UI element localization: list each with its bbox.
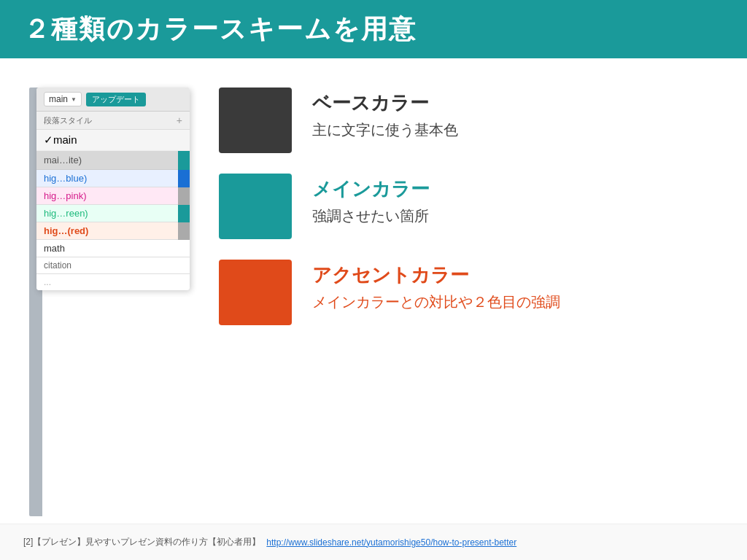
slide-header: ２種類のカラースキームを用意 <box>0 0 747 58</box>
ui-dropdown[interactable]: main ▼ <box>44 92 82 106</box>
style-item-blue[interactable]: hig…blue) <box>36 170 190 187</box>
right-bar-red <box>178 222 190 240</box>
accent-color-info: アクセントカラー メインカラーとの対比や２色目の強調 <box>312 260 560 312</box>
style-item-pink[interactable]: hig…pink) <box>36 187 190 205</box>
accent-color-title: アクセントカラー <box>312 262 560 288</box>
style-item-main-ite[interactable]: mai…ite) <box>36 151 190 170</box>
right-panel: ベースカラー 主に文字に使う基本色 メインカラー 強調させたい箇所 アクセントカ… <box>219 80 718 509</box>
right-bar-blue <box>178 170 190 187</box>
style-label-pink: hig…pink) <box>44 190 87 201</box>
ui-mockup-wrapper: main ▼ アップデート 段落スタイル + ✓main <box>36 88 190 290</box>
dots-label: ... <box>44 277 51 287</box>
main-color-info: メインカラー 強調させたい箇所 <box>312 174 430 226</box>
left-panel: main ▼ アップデート 段落スタイル + ✓main <box>29 88 190 516</box>
right-bar-green <box>178 205 190 222</box>
add-style-icon[interactable]: + <box>177 114 182 126</box>
main-color-title: メインカラー <box>312 176 430 202</box>
style-label-blue: hig…blue) <box>44 173 87 184</box>
base-color-info: ベースカラー 主に文字に使う基本色 <box>312 88 458 140</box>
ui-mockup: main ▼ アップデート 段落スタイル + ✓main <box>36 88 190 290</box>
footer: [2]【プレゼン】見やすいプレゼン資料の作り方【初心者用】 http://www… <box>0 524 747 560</box>
update-button[interactable]: アップデート <box>86 93 146 106</box>
style-item-math[interactable]: math <box>36 240 190 257</box>
main-color-swatch <box>219 174 292 239</box>
style-label-main-ite: mai…ite) <box>44 155 82 166</box>
style-item-green[interactable]: hig…reen) <box>36 205 190 222</box>
right-bar-pink <box>178 187 190 205</box>
style-label-red: hig…(red) <box>44 225 88 236</box>
main-color-desc: 強調させたい箇所 <box>312 206 430 226</box>
chevron-down-icon: ▼ <box>71 96 77 103</box>
section-header: 段落スタイル + <box>36 112 190 130</box>
footer-link[interactable]: http://www.slideshare.net/yutamorishige5… <box>266 537 516 548</box>
ui-dropdown-label: main <box>49 94 68 104</box>
style-item-citation[interactable]: citation <box>36 257 190 274</box>
main-content: main ▼ アップデート 段落スタイル + ✓main <box>0 58 747 524</box>
style-item-dots: ... <box>36 274 190 290</box>
slide-title: ２種類のカラースキームを用意 <box>23 12 417 47</box>
main-item-label: ✓main <box>44 133 77 147</box>
style-label-green: hig…reen) <box>44 208 88 219</box>
section-label: 段落スタイル <box>44 115 92 126</box>
style-item-main[interactable]: ✓main <box>36 130 190 151</box>
accent-color-desc: メインカラーとの対比や２色目の強調 <box>312 292 560 312</box>
base-color-title: ベースカラー <box>312 90 458 116</box>
math-label: math <box>44 243 65 254</box>
base-color-swatch <box>219 88 292 153</box>
main-color-item: メインカラー 強調させたい箇所 <box>219 174 718 239</box>
ui-top-bar: main ▼ アップデート <box>36 88 190 112</box>
footer-label: [2]【プレゼン】見やすいプレゼン資料の作り方【初心者用】 <box>23 536 260 548</box>
base-color-desc: 主に文字に使う基本色 <box>312 120 458 140</box>
accent-color-swatch <box>219 260 292 325</box>
accent-color-item: アクセントカラー メインカラーとの対比や２色目の強調 <box>219 260 718 325</box>
citation-label: citation <box>44 260 71 271</box>
style-item-red[interactable]: hig…(red) <box>36 222 190 240</box>
right-bar-teal <box>178 151 190 170</box>
base-color-item: ベースカラー 主に文字に使う基本色 <box>219 88 718 153</box>
